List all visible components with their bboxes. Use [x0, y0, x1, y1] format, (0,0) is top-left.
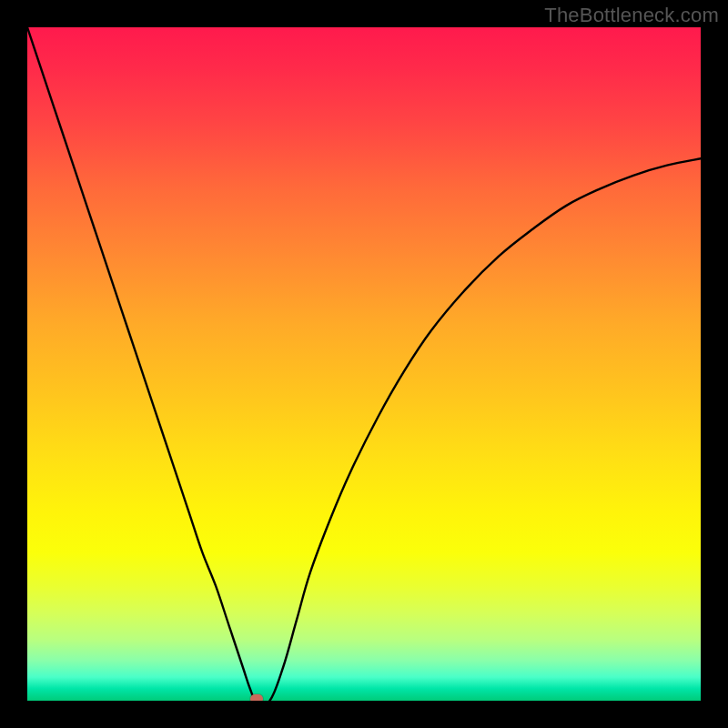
- watermark-text: TheBottleneck.com: [544, 4, 719, 27]
- bottleneck-curve: [27, 27, 701, 701]
- min-marker: [250, 694, 263, 701]
- chart-frame: TheBottleneck.com: [0, 0, 728, 728]
- plot-area: [27, 27, 701, 701]
